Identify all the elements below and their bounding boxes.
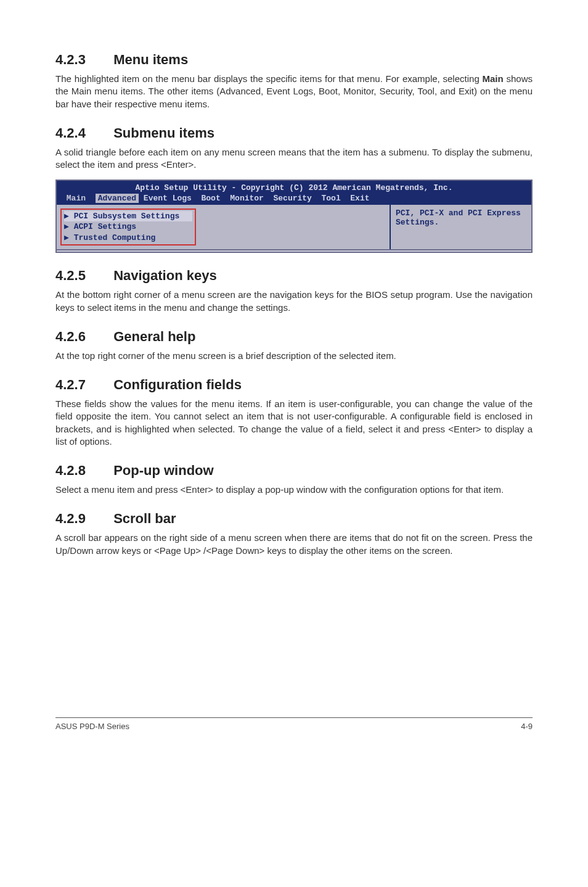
bios-title-line: Aptio Setup Utility - Copyright (C) 2012… xyxy=(62,183,526,193)
heading-title: General help xyxy=(113,329,195,344)
submenu-item-acpi[interactable]: ▶ ACPI Settings xyxy=(64,221,192,233)
bios-tab-main[interactable]: Main xyxy=(67,194,86,203)
heading-num: 4.2.9 xyxy=(55,511,110,527)
heading-title: Submenu items xyxy=(113,125,214,141)
heading-num: 4.2.3 xyxy=(55,52,110,68)
bios-bottom-border xyxy=(57,249,531,252)
footer-left: ASUS P9D-M Series xyxy=(55,722,129,731)
heading-title: Navigation keys xyxy=(113,268,217,283)
heading-title: Pop-up window xyxy=(113,463,214,478)
body-423: The highlighted item on the menu bar dis… xyxy=(55,73,533,110)
footer-right: 4-9 xyxy=(521,722,533,731)
heading-424: 4.2.4 Submenu items xyxy=(55,125,533,141)
heading-title: Menu items xyxy=(113,52,188,67)
body-425: At the bottom right corner of a menu scr… xyxy=(55,289,533,314)
body-426: At the top right corner of the menu scre… xyxy=(55,350,533,362)
heading-num: 4.2.5 xyxy=(55,268,110,284)
submenu-label: Trusted Computing xyxy=(74,233,156,242)
triangle-icon: ▶ xyxy=(64,212,74,221)
body-429: A scroll bar appears on the right side o… xyxy=(55,532,533,557)
bios-screenshot: Aptio Setup Utility - Copyright (C) 2012… xyxy=(55,179,533,253)
heading-429: 4.2.9 Scroll bar xyxy=(55,511,533,527)
body-423-a: The highlighted item on the menu bar dis… xyxy=(55,73,483,84)
heading-title: Scroll bar xyxy=(113,511,176,526)
heading-num: 4.2.8 xyxy=(55,463,110,479)
heading-num: 4.2.6 xyxy=(55,329,110,345)
body-424: A solid triangle before each item on any… xyxy=(55,146,533,171)
page-footer: ASUS P9D-M Series 4-9 xyxy=(55,717,533,731)
submenu-label: PCI Subsystem Settings xyxy=(74,212,180,221)
body-428: Select a menu item and press <Enter> to … xyxy=(55,484,533,496)
body-427: These fields show the values for the men… xyxy=(55,398,533,448)
heading-427: 4.2.7 Configuration fields xyxy=(55,377,533,393)
heading-425: 4.2.5 Navigation keys xyxy=(55,268,533,284)
bios-body: ▶ PCI Subsystem Settings ▶ ACPI Settings… xyxy=(57,205,531,250)
bios-tab-advanced[interactable]: Advanced xyxy=(96,194,139,203)
bios-tab-rest[interactable]: Event Logs Boot Monitor Security Tool Ex… xyxy=(139,194,369,203)
submenu-highlight-box: ▶ PCI Subsystem Settings ▶ ACPI Settings… xyxy=(60,208,196,246)
heading-title: Configuration fields xyxy=(113,377,242,392)
heading-num: 4.2.4 xyxy=(55,125,110,141)
bios-left-pane: ▶ PCI Subsystem Settings ▶ ACPI Settings… xyxy=(57,205,390,250)
heading-423: 4.2.3 Menu items xyxy=(55,52,533,68)
triangle-icon: ▶ xyxy=(64,233,74,242)
bios-tab-bar: Main Advanced Event Logs Boot Monitor Se… xyxy=(62,194,526,204)
bios-header: Aptio Setup Utility - Copyright (C) 2012… xyxy=(57,181,531,205)
heading-num: 4.2.7 xyxy=(55,377,110,393)
submenu-label: ACPI Settings xyxy=(74,222,136,231)
heading-426: 4.2.6 General help xyxy=(55,329,533,345)
body-423-bold: Main xyxy=(483,73,504,84)
submenu-item-pci[interactable]: ▶ PCI Subsystem Settings xyxy=(64,211,192,222)
submenu-item-trusted[interactable]: ▶ Trusted Computing xyxy=(64,233,192,244)
bios-help-text: PCI, PCI-X and PCI Express Settings. xyxy=(396,208,521,227)
heading-428: 4.2.8 Pop-up window xyxy=(55,463,533,479)
bios-help-pane: PCI, PCI-X and PCI Express Settings. xyxy=(390,205,531,250)
triangle-icon: ▶ xyxy=(64,222,74,231)
